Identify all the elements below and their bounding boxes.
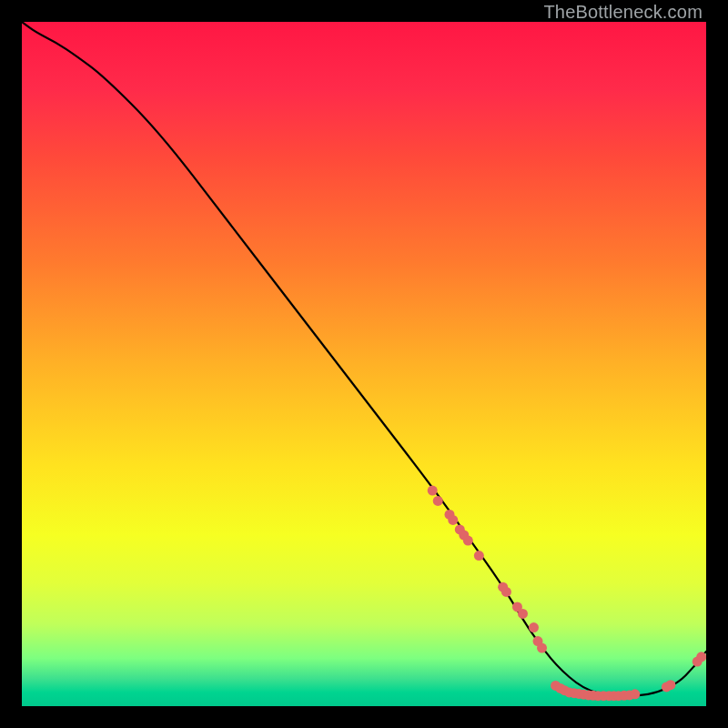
chart-container: TheBottleneck.com: [0, 0, 728, 728]
plot-gradient-area: [22, 22, 706, 706]
watermark-label: TheBottleneck.com: [543, 2, 703, 23]
